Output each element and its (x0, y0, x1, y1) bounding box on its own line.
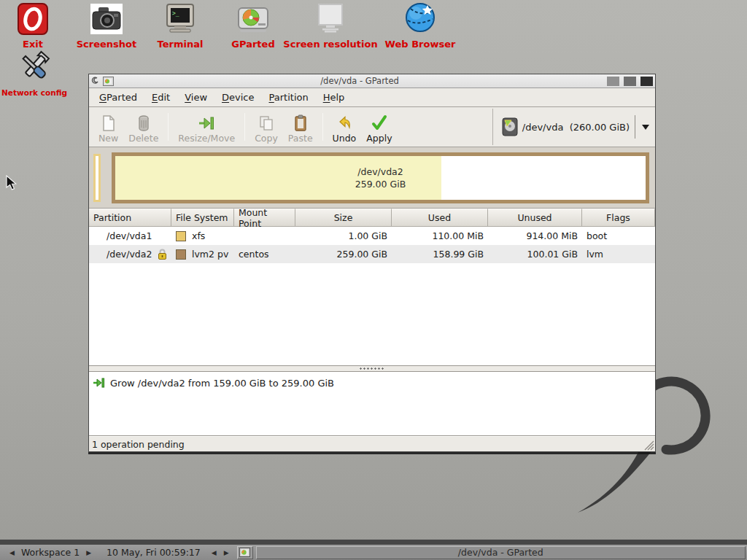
column-header-unused[interactable]: Unused (488, 209, 582, 227)
copy-button[interactable]: Copy (249, 109, 283, 145)
flags-value: boot (587, 230, 607, 241)
column-header-filesystem[interactable]: File System (171, 209, 234, 227)
column-header-partition[interactable]: Partition (89, 209, 171, 227)
desktop-icon-label: Web Browser (365, 39, 475, 50)
used-value: 110.00 MiB (432, 230, 484, 241)
menu-bar: GParted Edit View Device Partition Help (89, 88, 655, 107)
mouse-cursor (6, 175, 18, 191)
taskbar: ◀ Workspace 1 ▶ 10 May, Fri 00:59:17 ◀ ▶… (0, 540, 747, 560)
apply-button[interactable]: Apply (361, 109, 397, 145)
new-icon (101, 114, 117, 132)
tools-icon (0, 51, 89, 85)
taskbar-task-label: /dev/vda - GParted (458, 547, 543, 558)
window-shade-button[interactable] (607, 77, 619, 86)
menu-partition[interactable]: Partition (262, 90, 316, 105)
menu-device[interactable]: Device (214, 90, 261, 105)
gparted-tray-icon[interactable] (237, 546, 253, 559)
paste-button[interactable]: Paste (283, 109, 318, 145)
toolbar-separator (322, 113, 323, 141)
mount-point: centos (239, 249, 269, 260)
task-next-icon[interactable]: ▶ (220, 549, 233, 556)
column-header-mountpoint[interactable]: Mount Point (234, 209, 295, 227)
toolbar-separator (168, 113, 169, 141)
task-prev-icon[interactable]: ◀ (208, 549, 220, 556)
menu-view[interactable]: View (177, 90, 214, 105)
apply-icon (371, 114, 388, 132)
undo-icon (336, 114, 353, 132)
window-close-button[interactable] (640, 77, 653, 86)
device-selector[interactable]: /dev/vda (260.00 GiB) (492, 109, 655, 145)
operation-item[interactable]: Grow /dev/vda2 from 159.00 GiB to 259.00… (93, 377, 651, 389)
window-maximize-button[interactable] (624, 77, 636, 86)
workspace-next-icon[interactable]: ▶ (82, 549, 95, 556)
status-text: 1 operation pending (92, 439, 185, 450)
grow-operation-icon (93, 377, 105, 389)
delete-icon (136, 114, 152, 132)
copy-icon (258, 114, 274, 132)
gparted-app-icon (103, 77, 114, 86)
undo-button[interactable]: Undo (328, 109, 362, 145)
partition-vda1-visual[interactable] (93, 154, 101, 202)
partition-vda2-visual[interactable]: /dev/vda2 259.00 GiB (112, 152, 649, 203)
desktop-icon-network-config[interactable]: Network config (0, 51, 89, 97)
filesystem-type: xfs (192, 230, 205, 241)
status-bar: 1 operation pending (89, 436, 655, 451)
filesystem-color-swatch (176, 231, 186, 241)
title-bar[interactable]: /dev/vda - GParted (89, 74, 655, 88)
clock: 10 May, Fri 00:59:17 (107, 547, 201, 558)
device-selector-value: /dev/vda (260.00 GiB) (522, 122, 630, 133)
window-menu-icon[interactable] (91, 76, 100, 86)
gparted-window: /dev/vda - GParted GParted Edit View Dev… (88, 74, 656, 452)
resize-grip[interactable] (643, 440, 654, 451)
svg-text:>_: >_ (172, 10, 179, 17)
table-row-vda1[interactable]: /dev/vda1 xfs 1.00 GiB 110.00 MiB 914.00… (89, 227, 655, 245)
unused-value: 914.00 MiB (526, 230, 578, 241)
desktop-icon-label: Network config (0, 88, 89, 97)
toolbar-separator (244, 113, 245, 141)
menu-help[interactable]: Help (316, 90, 352, 105)
taskbar-task-gparted[interactable]: /dev/vda - GParted (256, 546, 746, 559)
menu-gparted[interactable]: GParted (92, 90, 144, 105)
partition-name: /dev/vda2 (107, 249, 152, 260)
partition-bar-label: /dev/vda2 (357, 166, 403, 178)
partition-name: /dev/vda1 (107, 230, 152, 241)
partition-bar-size: 259.00 GiB (355, 178, 406, 190)
filesystem-type: lvm2 pv (192, 249, 228, 260)
filesystem-color-swatch (176, 249, 186, 260)
globe-icon (365, 1, 475, 35)
column-header-flags[interactable]: Flags (582, 209, 655, 227)
delete-button[interactable]: Delete (123, 109, 163, 145)
menu-edit[interactable]: Edit (144, 90, 177, 105)
column-header-used[interactable]: Used (392, 209, 488, 227)
partition-table: Partition File System Mount Point Size U… (89, 209, 655, 365)
operation-text: Grow /dev/vda2 from 159.00 GiB to 259.00… (110, 378, 334, 389)
new-button[interactable]: New (93, 109, 123, 145)
workspace-prev-icon[interactable]: ◀ (6, 549, 18, 556)
column-header-size[interactable]: Size (295, 209, 392, 227)
partition-visual-panel: /dev/vda2 259.00 GiB (89, 147, 655, 209)
resize-move-icon (197, 114, 216, 132)
unused-value: 100.01 GiB (527, 249, 578, 260)
window-title: /dev/vda - GParted (117, 76, 603, 86)
dropdown-arrow-icon[interactable] (642, 125, 649, 130)
flags-value: lvm (587, 249, 603, 260)
size-value: 1.00 GiB (348, 230, 387, 241)
paste-icon (293, 114, 309, 132)
table-header-row: Partition File System Mount Point Size U… (89, 209, 655, 227)
size-value: 259.00 GiB (337, 249, 387, 260)
disk-icon (502, 117, 518, 137)
table-row-vda2[interactable]: /dev/vda2 lvm2 pv centos 259.00 GiB 158.… (89, 245, 655, 263)
desktop-icon-web-browser[interactable]: Web Browser (365, 1, 475, 50)
workspace-label[interactable]: Workspace 1 (18, 547, 82, 558)
used-value: 158.99 GiB (433, 249, 484, 260)
operations-pane: Grow /dev/vda2 from 159.00 GiB to 259.00… (89, 371, 655, 436)
pane-splitter-handle[interactable] (89, 365, 655, 371)
resize-move-button[interactable]: Resize/Move (173, 109, 240, 145)
toolbar: New Delete Resize/Move Copy (89, 107, 655, 147)
lock-icon (158, 249, 167, 260)
